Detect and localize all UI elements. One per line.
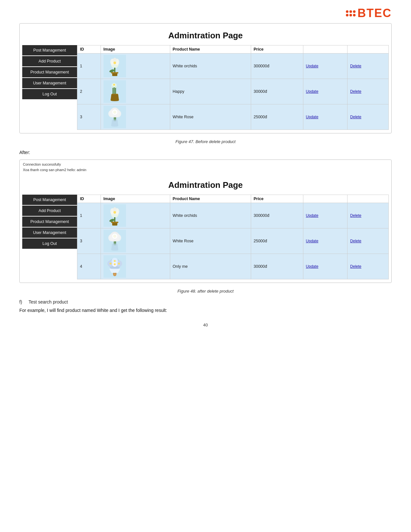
page-title-48: Admintration Page [20,173,391,195]
cell-img-47-3 [101,104,170,130]
logo-dots-icon [346,10,356,16]
update-link-48-4[interactable]: Update [306,264,318,269]
flower-img-48-1 [103,204,126,227]
cell-delete-47-1[interactable]: Delete [347,53,389,79]
sidebar-47: Post Management Add Product Product Mana… [22,45,77,130]
figure47-card: Admintration Page Post Management Add Pr… [19,23,392,133]
section-f-title: Test search product [29,299,68,305]
cell-delete-48-1[interactable]: Delete [347,203,389,228]
cell-id-48-3: 3 [77,228,101,254]
delete-link-47-2[interactable]: Delete [350,89,361,94]
page-title-47: Admintration Page [20,24,391,45]
svg-point-51 [110,263,112,265]
cell-update-48-1[interactable]: Update [303,203,347,228]
figure48-card: Connection successfully Xoa thanh cong s… [19,160,392,283]
cell-price-48-1: 300000đ [251,203,303,228]
table-area-48: ID Image Product Name Price 1 [77,195,389,279]
th-name-48: Product Name [170,195,251,203]
cell-update-47-1[interactable]: Update [303,53,347,79]
sidebar-btn-post-mgmt-48[interactable]: Post Management [22,195,77,205]
cell-update-47-2[interactable]: Update [303,79,347,104]
flower-img-3 [103,106,126,128]
table-row: 1 [77,53,389,79]
cell-delete-48-3[interactable]: Delete [347,228,389,254]
delete-link-48-1[interactable]: Delete [350,213,361,218]
sidebar-btn-product-mgmt-48[interactable]: Product Management [22,217,77,227]
svg-point-53 [114,260,116,262]
update-link-47-3[interactable]: Update [306,115,318,119]
product-table-48: ID Image Product Name Price 1 [77,195,389,279]
flower-img-1 [103,55,126,77]
table-row: 2 [77,79,389,104]
for-example-text: For example, I will find product named W… [19,308,392,313]
table-row: 1 [77,203,389,228]
svg-point-31 [113,211,116,214]
th-image-48: Image [101,195,170,203]
sidebar-btn-add-product-48[interactable]: Add Product [22,206,77,216]
cell-id-47-1: 1 [77,53,101,79]
delete-link-47-3[interactable]: Delete [350,115,361,119]
update-link-48-3[interactable]: Update [306,239,318,243]
sidebar-btn-add-product-47[interactable]: Add Product [22,56,77,66]
cell-update-48-4[interactable]: Update [303,254,347,279]
cell-img-48-3 [101,228,170,254]
th-image-47: Image [101,45,170,53]
sidebar-btn-post-mgmt-47[interactable]: Post Management [22,45,77,55]
flower-img-2 [103,80,126,103]
svg-point-17 [113,84,115,86]
svg-point-23 [113,111,116,114]
delete-link-48-3[interactable]: Delete [350,239,361,243]
flower-img-48-3 [103,230,126,252]
update-link-47-2[interactable]: Update [306,89,318,94]
delete-link-47-1[interactable]: Delete [350,64,361,68]
cell-name-47-2: Happy [170,79,251,104]
table-area-47: ID Image Product Name Price 1 [77,45,389,130]
cell-name-48-3: White Rose [170,228,251,254]
th-name-47: Product Name [170,45,251,53]
table-row: 3 [77,104,389,130]
admin-layout-47: Post Management Add Product Product Mana… [20,45,391,130]
table-row: 4 [77,254,389,279]
cell-price-48-4: 30000đ [251,254,303,279]
sidebar-btn-logout-47[interactable]: Log Out [22,89,77,99]
cell-delete-47-2[interactable]: Delete [347,79,389,104]
sidebar-btn-user-mgmt-48[interactable]: User Management [22,227,77,238]
th-id-47: ID [77,45,101,53]
sidebar-btn-product-mgmt-47[interactable]: Product Management [22,67,77,77]
admin-layout-48: Post Management Add Product Product Mana… [20,195,391,279]
th-action2-47 [347,45,389,53]
cell-id-47-3: 3 [77,104,101,130]
svg-rect-9 [111,72,118,73]
update-link-47-1[interactable]: Update [306,64,318,68]
cell-name-48-4: Only me [170,254,251,279]
cell-update-47-3[interactable]: Update [303,104,347,130]
delete-link-48-4[interactable]: Delete [350,264,361,269]
cell-img-48-4 [101,254,170,279]
sidebar-48: Post Management Add Product Product Mana… [22,195,77,279]
section-f-label: f) Test search product [19,299,392,305]
logo-area: BTEC [19,6,392,20]
cell-id-48-4: 4 [77,254,101,279]
status-message: Connection successfully Xoa thanh cong s… [20,160,391,173]
sidebar-btn-logout-48[interactable]: Log Out [22,238,77,249]
cell-name-47-3: White Rose [170,104,251,130]
th-action2-48 [347,195,389,203]
cell-id-48-1: 1 [77,203,101,228]
cell-name-48-1: White orchids [170,203,251,228]
cell-img-47-2 [101,79,170,104]
svg-point-50 [114,263,116,265]
cell-delete-48-4[interactable]: Delete [347,254,389,279]
cell-delete-47-3[interactable]: Delete [347,104,389,130]
th-action1-47 [303,45,347,53]
product-table-47: ID Image Product Name Price 1 [77,45,389,130]
th-price-47: Price [251,45,303,53]
cell-price-48-3: 25000đ [251,228,303,254]
cell-update-48-3[interactable]: Update [303,228,347,254]
svg-point-5 [113,62,116,64]
svg-point-57 [114,274,116,276]
cell-price-47-1: 300000đ [251,53,303,79]
update-link-48-1[interactable]: Update [306,213,318,218]
btec-logo: BTEC [346,6,392,20]
cell-img-48-1 [101,203,170,228]
sidebar-btn-user-mgmt-47[interactable]: User Management [22,78,77,88]
